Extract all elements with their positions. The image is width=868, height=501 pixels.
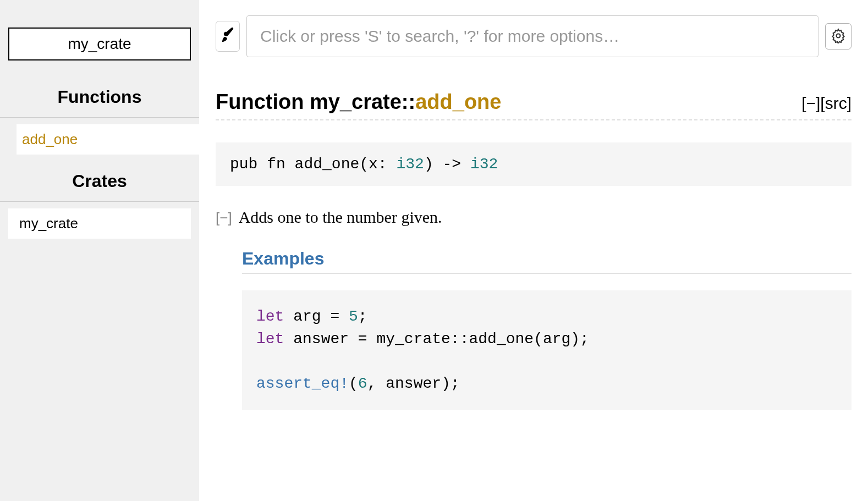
collapse-all-toggle[interactable]: [−]	[801, 94, 820, 112]
function-signature: pub fn add_one(x: i32) -> i32	[216, 142, 851, 186]
paintbrush-icon	[221, 27, 234, 46]
sidebar-item-add-one[interactable]: add_one	[17, 124, 199, 155]
search-input[interactable]	[246, 15, 818, 57]
theme-toggle-button[interactable]	[216, 21, 240, 52]
examples-heading[interactable]: Examples	[242, 249, 851, 274]
code-l2-rest: answer = my_crate::add_one(arg);	[284, 331, 589, 348]
svg-point-0	[837, 34, 840, 37]
crate-name[interactable]: my_crate	[8, 27, 191, 60]
doc-summary-text: Adds one to the number given.	[239, 208, 442, 227]
main-content: Function my_crate::add_one [−][src] pub …	[199, 0, 868, 501]
code-l3-open: (	[349, 375, 358, 392]
sig-pre: pub fn add_one(x:	[230, 156, 396, 173]
gear-icon	[831, 28, 846, 45]
collapse-toggle[interactable]: [−]	[216, 210, 232, 227]
code-num-5: 5	[349, 308, 358, 325]
heading-actions: [−][src]	[801, 94, 851, 113]
heading-fn-name[interactable]: add_one	[415, 90, 501, 113]
settings-button[interactable]	[825, 23, 851, 49]
src-link[interactable]: [src]	[820, 94, 851, 112]
page-heading: Function my_crate::add_one [−][src]	[216, 90, 851, 120]
code-l1-end: ;	[358, 308, 367, 325]
sig-type-return: i32	[470, 156, 498, 173]
code-l1-rest: arg =	[284, 308, 349, 325]
code-kw-let1: let	[256, 308, 284, 325]
sidebar: my_crate Functions add_one Crates my_cra…	[0, 0, 199, 501]
sidebar-section-functions: Functions	[0, 77, 199, 118]
heading-crate-path[interactable]: my_crate::	[310, 90, 415, 113]
code-num-6: 6	[358, 375, 367, 392]
code-l3-rest: , answer);	[367, 375, 460, 392]
sidebar-section-crates: Crates	[0, 161, 199, 202]
example-code-block: let arg = 5; let answer = my_crate::add_…	[242, 290, 851, 410]
top-bar	[216, 15, 851, 57]
sig-mid: ) ->	[424, 156, 470, 173]
sig-type-param: i32	[396, 156, 424, 173]
heading-prefix: Function	[216, 90, 310, 113]
sidebar-item-my-crate[interactable]: my_crate	[8, 208, 191, 239]
doc-summary-row: [−] Adds one to the number given.	[216, 208, 851, 227]
page-title: Function my_crate::add_one	[216, 90, 501, 114]
examples-section: Examples let arg = 5; let answer = my_cr…	[242, 249, 851, 410]
code-macro-assert: assert_eq!	[256, 375, 349, 392]
code-kw-let2: let	[256, 331, 284, 348]
